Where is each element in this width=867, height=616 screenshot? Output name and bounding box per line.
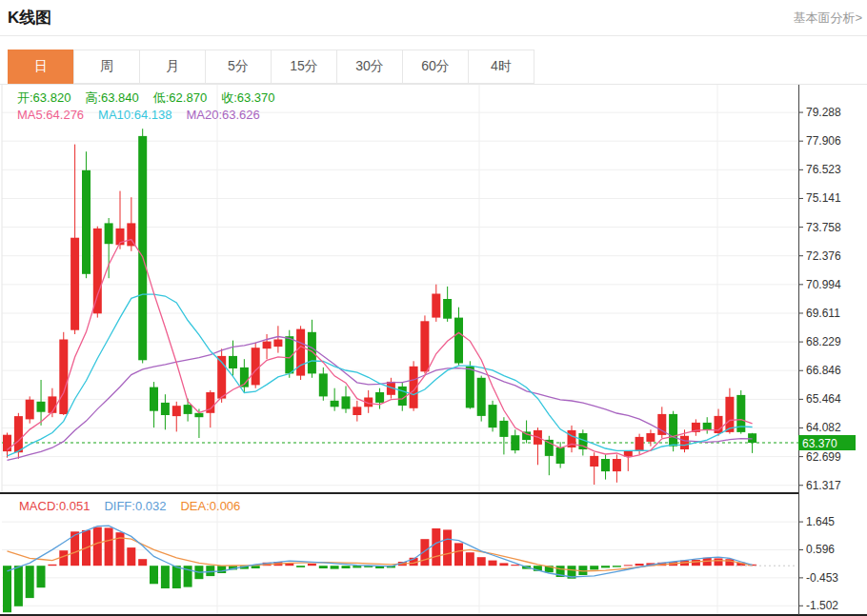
- tab-日[interactable]: 日: [8, 50, 74, 84]
- svg-text:79.288: 79.288: [806, 106, 841, 119]
- svg-text:75.141: 75.141: [806, 191, 841, 205]
- svg-text:-0.453: -0.453: [806, 571, 838, 585]
- tab-周[interactable]: 周: [73, 50, 140, 84]
- svg-text:70.994: 70.994: [806, 278, 841, 291]
- ma-legend: MA5:64.276MA10:64.138MA20:63.626: [17, 108, 274, 122]
- svg-text:61.317: 61.317: [806, 479, 841, 492]
- svg-text:63.370: 63.370: [802, 437, 837, 450]
- tab-5分[interactable]: 5分: [205, 50, 272, 84]
- legend-item: MA20:63.626: [186, 108, 259, 122]
- svg-text:76.523: 76.523: [806, 163, 841, 176]
- legend-item: 开:63.820: [17, 90, 71, 105]
- svg-text:68.229: 68.229: [806, 335, 841, 348]
- tab-4时[interactable]: 4时: [468, 50, 534, 84]
- svg-text:1.645: 1.645: [806, 515, 835, 528]
- legend-item: MACD:0.051: [19, 499, 90, 513]
- fundamental-analysis-link[interactable]: 基本面分析>: [793, 10, 862, 27]
- tab-15分[interactable]: 15分: [271, 50, 337, 84]
- svg-text:72.376: 72.376: [806, 249, 841, 263]
- svg-text:-1.502: -1.502: [806, 599, 838, 612]
- svg-text:73.758: 73.758: [806, 221, 841, 234]
- legend-item: DEA:0.006: [180, 499, 240, 513]
- tab-30分[interactable]: 30分: [336, 50, 403, 84]
- svg-text:77.906: 77.906: [806, 134, 841, 148]
- legend-item: MA10:64.138: [98, 108, 171, 122]
- ohlc-legend: 开:63.820高:63.840低:62.870收:63.370: [17, 89, 290, 107]
- legend-item: 高:63.840: [85, 90, 138, 105]
- page-header: K线图 基本面分析>: [0, 0, 867, 36]
- legend-item: 低:62.870: [153, 90, 207, 105]
- divider: [0, 84, 867, 85]
- svg-text:62.699: 62.699: [806, 450, 841, 464]
- tab-月[interactable]: 月: [139, 50, 206, 84]
- tab-60分[interactable]: 60分: [402, 50, 469, 84]
- svg-text:66.846: 66.846: [806, 364, 841, 377]
- svg-text:69.611: 69.611: [806, 307, 840, 320]
- legend-item: 收:63.370: [221, 90, 274, 105]
- legend-item: MA5:64.276: [17, 108, 84, 122]
- svg-text:65.464: 65.464: [806, 392, 841, 406]
- svg-text:64.082: 64.082: [806, 421, 841, 434]
- svg-text:0.596: 0.596: [806, 543, 835, 556]
- page-title: K线图: [8, 7, 51, 29]
- macd-legend: MACD:0.051DIFF:0.032DEA:0.006: [19, 499, 254, 513]
- timeframe-tabs: 日周月5分15分30分60分4时: [8, 50, 534, 84]
- legend-item: DIFF:0.032: [104, 499, 166, 513]
